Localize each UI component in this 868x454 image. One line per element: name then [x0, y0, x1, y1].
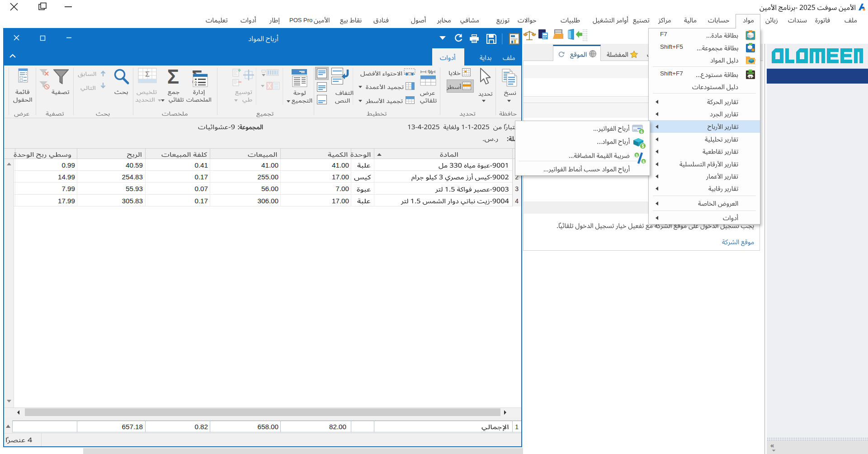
svg-text:$: $ [642, 159, 645, 164]
svg-text:%: % [428, 69, 433, 75]
svg-text:$: $ [636, 153, 638, 158]
svg-text:$: $ [642, 144, 644, 149]
svg-text:Σ: Σ [145, 70, 150, 78]
svg-text:$: $ [640, 130, 642, 134]
